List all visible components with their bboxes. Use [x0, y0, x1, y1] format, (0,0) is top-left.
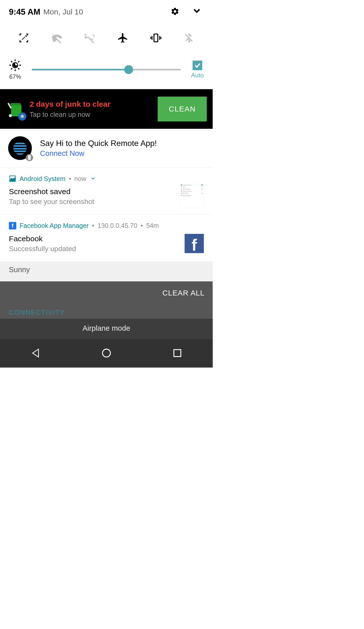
airplane-mode-icon[interactable] — [117, 31, 129, 44]
auto-brightness-label: Auto — [191, 72, 204, 79]
weather-peek-text: Sunny — [0, 262, 213, 282]
svg-point-16 — [9, 114, 12, 117]
notification-title: Screenshot saved — [9, 187, 204, 196]
home-button-icon[interactable] — [101, 347, 112, 360]
clock-date: Mon, Jul 10 — [43, 7, 83, 16]
recents-button-icon[interactable] — [171, 347, 183, 360]
clean-button[interactable]: CLEAN — [158, 97, 207, 121]
notification-app-name: Android System — [20, 175, 66, 182]
back-button-icon[interactable] — [30, 347, 42, 360]
notification-version: 130.0.0.45.70 — [98, 222, 137, 229]
facebook-icon: f — [9, 222, 16, 229]
svg-line-12 — [18, 68, 19, 69]
screenshot-thumbnail: Airplane Mode Wi-Fi Wi-Fi Calling Mobile… — [180, 184, 204, 208]
clear-all-button[interactable]: CLEAR ALL — [0, 281, 213, 303]
brightness-slider[interactable] — [32, 69, 181, 70]
svg-marker-19 — [32, 349, 38, 357]
junk-subtitle: Tap to clean up now — [30, 110, 152, 118]
notification-body: Successfully updated — [9, 245, 204, 253]
snowflake-badge-icon: ✻ — [18, 113, 26, 121]
quick-settings-row — [0, 21, 213, 54]
notification-screenshot[interactable]: Android System • now Screenshot saved Ta… — [0, 168, 213, 215]
clock-time: 9:45 AM — [9, 7, 40, 16]
settings-section-header: CONNECTIVITY — [0, 303, 213, 321]
svg-rect-0 — [154, 34, 158, 42]
vibrate-icon[interactable] — [149, 31, 162, 44]
status-bar: 9:45 AM Mon, Jul 10 — [0, 0, 213, 21]
wifi-off-icon[interactable] — [51, 31, 63, 44]
notification-time: now — [74, 175, 86, 182]
shade-footer: CLEAR ALL CONNECTIVITY Airplane mode — [0, 281, 213, 367]
settings-gear-icon[interactable] — [170, 7, 179, 16]
image-icon — [9, 175, 16, 182]
svg-rect-21 — [174, 350, 181, 357]
remote-badge-icon — [26, 154, 33, 161]
notification-title: Facebook — [9, 234, 204, 243]
bluetooth-off-icon[interactable] — [183, 31, 195, 44]
junk-title: 2 days of junk to clear — [30, 100, 152, 108]
svg-rect-15 — [10, 103, 21, 105]
brightness-row: 67% Auto — [0, 54, 213, 89]
junk-cleaner-card[interactable]: ✻ 2 days of junk to clear Tap to clean u… — [0, 89, 213, 129]
svg-line-13 — [11, 68, 12, 69]
notification-body: Tap to see your screenshot — [9, 197, 204, 206]
svg-line-14 — [18, 61, 19, 62]
chevron-down-icon[interactable] — [91, 175, 95, 182]
notification-time: 54m — [146, 222, 159, 229]
navigation-bar — [0, 339, 213, 367]
chevron-down-icon[interactable] — [193, 7, 201, 17]
notification-app-name: Facebook App Manager — [20, 222, 89, 229]
connect-now-link[interactable]: Connect Now — [40, 149, 205, 158]
trash-can-icon: ✻ — [6, 100, 24, 118]
brightness-percent-label: 67% — [9, 73, 21, 80]
toast-message: Airplane mode — [0, 319, 213, 339]
svg-point-20 — [102, 349, 110, 357]
quick-remote-title: Say Hi to the Quick Remote App! — [40, 138, 205, 147]
att-globe-icon — [8, 136, 32, 160]
wifi-calling-off-icon[interactable] — [84, 31, 96, 44]
edit-toggle-icon[interactable] — [17, 31, 30, 44]
auto-brightness-checkbox[interactable] — [193, 61, 202, 70]
notification-facebook[interactable]: f Facebook App Manager • 130.0.0.45.70 •… — [0, 215, 213, 262]
brightness-icon — [9, 59, 22, 72]
svg-line-11 — [11, 61, 12, 62]
facebook-large-icon: f — [185, 234, 204, 253]
quick-remote-card[interactable]: Say Hi to the Quick Remote App! Connect … — [0, 129, 213, 168]
